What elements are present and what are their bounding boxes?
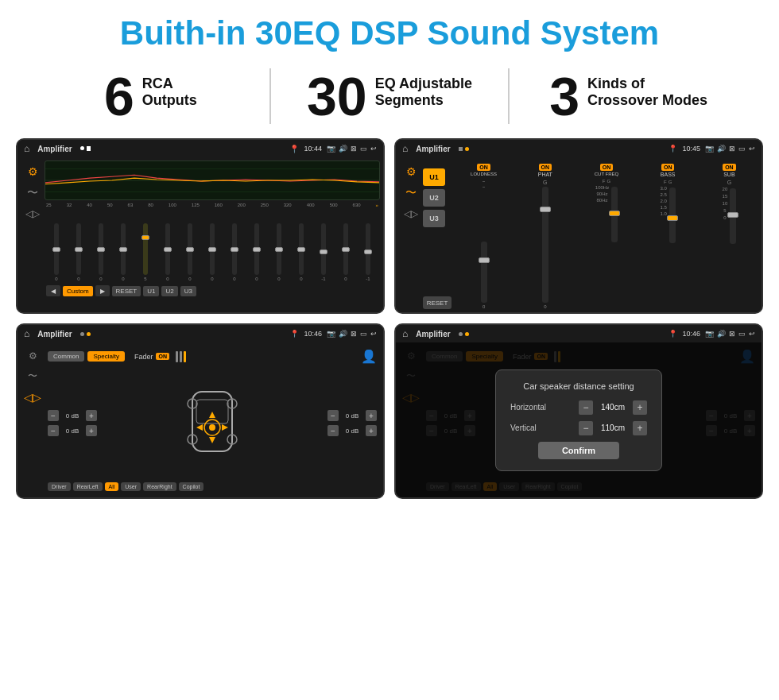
freq-label: 63 bbox=[128, 203, 134, 207]
all-btn[interactable]: All bbox=[105, 482, 119, 491]
rearright-btn[interactable]: RearRight bbox=[143, 482, 176, 491]
screens-grid: ⌂ Amplifier 📍 10:44 📷 🔊 ⊠ ▭ ↩ ⚙ 〜 ◁▷ bbox=[0, 132, 779, 505]
stat-crossover: 3 Kinds of Crossover Modes bbox=[525, 69, 731, 123]
volume-icon-eq: 🔊 bbox=[339, 145, 347, 153]
plus-btn-rl[interactable]: + bbox=[86, 425, 97, 436]
confirm-button[interactable]: Confirm bbox=[538, 442, 619, 459]
minus-btn-rl[interactable]: − bbox=[48, 425, 59, 436]
minus-btn-rr[interactable]: − bbox=[327, 425, 339, 436]
minus-btn-fl[interactable]: − bbox=[48, 410, 59, 421]
screen-icon-eq: ⊠ bbox=[351, 145, 357, 153]
copilot-btn[interactable]: Copilot bbox=[179, 482, 204, 491]
horizontal-plus-btn[interactable]: + bbox=[633, 400, 647, 415]
eq-icon-cross[interactable]: ⚙ bbox=[406, 165, 417, 178]
u2-preset-btn[interactable]: U2 bbox=[423, 189, 445, 207]
eq-icon-fader[interactable]: ⚙ bbox=[29, 350, 37, 362]
eq-val: 0 bbox=[233, 277, 235, 281]
freq-label: 160 bbox=[215, 203, 223, 207]
speaker-icon[interactable]: ◁▷ bbox=[25, 208, 40, 219]
u2-btn-eq[interactable]: U2 bbox=[161, 286, 177, 296]
eq-val: -1 bbox=[366, 277, 370, 281]
wave-icon-fader[interactable]: 〜 bbox=[28, 369, 37, 383]
dot2-cross bbox=[465, 147, 469, 151]
volume-icon-fader: 🔊 bbox=[339, 330, 347, 338]
cross-channel-sub: ON SUB G 20 15 10 5 0 bbox=[700, 164, 758, 309]
stat-divider-1 bbox=[269, 68, 271, 124]
eq-val: 0 bbox=[122, 277, 124, 281]
db-val-fr: 0 dB bbox=[341, 412, 363, 420]
plus-btn-fr[interactable]: + bbox=[366, 410, 377, 421]
ch-name-phat: PHAT bbox=[538, 172, 552, 177]
plus-btn-fl[interactable]: + bbox=[86, 410, 97, 421]
dot2-fader bbox=[87, 332, 91, 336]
left-sidebar-cross: ⚙ 〜 ◁▷ bbox=[399, 160, 423, 309]
person-icon[interactable]: 👤 bbox=[361, 349, 377, 364]
home-icon-eq[interactable]: ⌂ bbox=[24, 143, 29, 154]
dot-white-eq bbox=[80, 146, 84, 150]
home-icon-fader[interactable]: ⌂ bbox=[24, 328, 29, 339]
eq-val: 0 bbox=[77, 277, 79, 281]
u1-preset-btn[interactable]: U1 bbox=[423, 168, 445, 186]
left-sidebar-eq: ⚙ 〜 ◁▷ bbox=[21, 160, 45, 309]
rearleft-btn[interactable]: RearLeft bbox=[73, 482, 103, 491]
user-btn[interactable]: User bbox=[121, 482, 141, 491]
driver-btn[interactable]: Driver bbox=[48, 482, 71, 491]
freq-label: 125 bbox=[192, 203, 200, 207]
horizontal-value: 140cm bbox=[597, 403, 629, 412]
freq-label: 500 bbox=[330, 203, 338, 207]
status-title-fader: Amplifier bbox=[37, 330, 72, 338]
more-icon[interactable]: » bbox=[376, 203, 378, 207]
back-icon-eq[interactable]: ↩ bbox=[370, 145, 377, 153]
minus-btn-fr[interactable]: − bbox=[327, 410, 339, 421]
speaker-icon-fader[interactable]: ◁▷ bbox=[24, 391, 41, 404]
window-icon-fader: ▭ bbox=[360, 330, 367, 338]
eq-val: 5 bbox=[144, 277, 146, 281]
dot1-dialog bbox=[459, 332, 463, 336]
vertical-minus-btn[interactable]: − bbox=[579, 421, 593, 435]
location-icon-dialog: 📍 bbox=[669, 330, 677, 338]
vertical-label: Vertical bbox=[510, 423, 562, 432]
on-badge-cutfreq: ON bbox=[600, 164, 614, 171]
dot-play-eq bbox=[87, 146, 91, 151]
play-btn[interactable]: ▶ bbox=[95, 285, 110, 296]
u3-btn-eq[interactable]: U3 bbox=[180, 286, 196, 296]
status-bar-dialog: ⌂ Amplifier 📍 10:46 📷 🔊 ⊠ ▭ ↩ bbox=[396, 325, 762, 342]
back-icon-dialog[interactable]: ↩ bbox=[749, 330, 755, 338]
home-icon-dialog[interactable]: ⌂ bbox=[402, 328, 408, 339]
u1-btn-eq[interactable]: U1 bbox=[143, 286, 159, 296]
wave-icon[interactable]: 〜 bbox=[27, 186, 38, 200]
home-icon-cross[interactable]: ⌂ bbox=[402, 143, 408, 154]
page-title: Buith-in 30EQ DSP Sound System bbox=[0, 0, 779, 60]
stat-label-rca-line1: RCA bbox=[142, 75, 197, 92]
specialty-tab[interactable]: Specialty bbox=[87, 351, 124, 362]
back-icon-cross[interactable]: ↩ bbox=[749, 145, 755, 153]
vertical-plus-btn[interactable]: + bbox=[633, 421, 647, 435]
status-title-cross: Amplifier bbox=[416, 145, 450, 153]
u3-preset-btn[interactable]: U3 bbox=[423, 210, 445, 227]
cross-channel-bass: ON BASS F G 3.0 2.5 2.0 1.5 bbox=[639, 164, 697, 309]
cross-channel-phat: ON PHAT G 0 bbox=[516, 164, 574, 309]
prev-preset-btn[interactable]: ◀ bbox=[46, 285, 60, 296]
freq-label: 200 bbox=[238, 203, 246, 207]
stat-label-crossover-line2: Crossover Modes bbox=[587, 92, 707, 109]
wave-icon-cross[interactable]: 〜 bbox=[405, 186, 417, 200]
horizontal-minus-btn[interactable]: − bbox=[579, 400, 593, 415]
eq-val: 0 bbox=[55, 277, 57, 281]
speaker-icon-cross[interactable]: ◁▷ bbox=[404, 208, 418, 219]
common-tab[interactable]: Common bbox=[48, 351, 84, 362]
svg-marker-12 bbox=[209, 437, 215, 443]
freq-label: 250 bbox=[261, 203, 269, 207]
status-title-dialog: Amplifier bbox=[416, 330, 450, 338]
db-val-rr: 0 dB bbox=[341, 427, 363, 435]
volume-icon-cross: 🔊 bbox=[717, 145, 726, 153]
reset-btn-cross[interactable]: RESET bbox=[423, 296, 452, 309]
freq-label: 25 bbox=[46, 203, 52, 207]
custom-btn[interactable]: Custom bbox=[63, 286, 93, 296]
plus-btn-rr[interactable]: + bbox=[366, 425, 377, 436]
freq-label: 40 bbox=[87, 203, 92, 207]
freq-label: 80 bbox=[148, 203, 153, 207]
reset-btn-eq[interactable]: RESET bbox=[112, 286, 141, 296]
eq-icon[interactable]: ⚙ bbox=[28, 165, 38, 178]
eq-val: 0 bbox=[188, 277, 191, 281]
back-icon-fader[interactable]: ↩ bbox=[370, 330, 377, 338]
